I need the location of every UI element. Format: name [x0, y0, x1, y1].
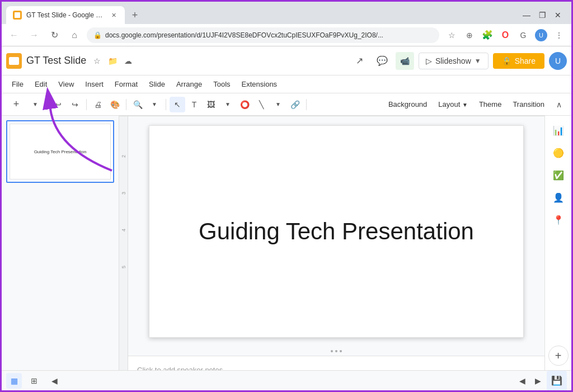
- tab-close-button[interactable]: ✕: [109, 11, 118, 20]
- filmstrip-view-button[interactable]: ▦: [6, 373, 22, 389]
- right-sidebar: 📊 🟡 ✅ 👤 📍 +: [544, 116, 571, 370]
- menu-format[interactable]: Format: [109, 78, 143, 91]
- forward-button[interactable]: →: [26, 27, 42, 43]
- slideshow-icon: ▷: [426, 56, 432, 65]
- tab-favicon: [13, 11, 22, 20]
- add-slide-button[interactable]: +: [6, 97, 26, 112]
- theme-button[interactable]: Theme: [475, 98, 506, 111]
- print-button[interactable]: 🖨: [90, 97, 106, 112]
- sidebar-sheets-icon[interactable]: 📊: [548, 120, 569, 140]
- trending-icon[interactable]: ↗: [351, 52, 369, 70]
- resize-dot-2: [335, 350, 337, 352]
- google-icon[interactable]: G: [515, 27, 531, 43]
- app-title: GT Test Slide: [26, 55, 86, 67]
- prev-slide-button[interactable]: ◀: [515, 374, 529, 388]
- resize-dot-3: [340, 350, 342, 352]
- ruler-mark-6: 6: [313, 116, 350, 116]
- horizontal-ruler: 1 2 3 4 5 6 7 8 9: [119, 116, 544, 116]
- editor-row: 2 3 4 5 Guiding Tech Presentation: [119, 116, 544, 370]
- bottom-bar: ▦ ⊞ ◀ ◀ ▶ 💾: [2, 370, 571, 390]
- tab-bar: GT Test Slide - Google Slides ✕ + — ❐ ✕: [2, 2, 571, 24]
- text-tool[interactable]: T: [186, 97, 202, 112]
- sidebar-maps-icon[interactable]: 📍: [548, 210, 569, 230]
- vertical-ruler: 2 3 4 5: [119, 116, 128, 370]
- ruler-mark-9: 9: [424, 116, 461, 116]
- sidebar-keep-icon[interactable]: 🟡: [548, 143, 569, 163]
- slide-canvas[interactable]: Guiding Tech Presentation: [149, 125, 524, 338]
- image-tool[interactable]: 🖼: [203, 97, 219, 112]
- active-tab[interactable]: GT Test Slide - Google Slides ✕: [6, 6, 125, 24]
- title-icons: ☆ 📁 ☁: [91, 55, 134, 67]
- opera-icon[interactable]: O: [497, 27, 513, 43]
- collapse-panel-button[interactable]: ◀: [46, 373, 62, 389]
- share-button[interactable]: 🔒 Share: [493, 53, 544, 69]
- menu-slide[interactable]: Slide: [143, 78, 171, 91]
- lock-icon: 🔒: [93, 31, 102, 39]
- menu-dots[interactable]: ⋮: [551, 27, 567, 43]
- next-slide-button[interactable]: ▶: [531, 374, 544, 388]
- slide-title: Guiding Tech Presentation: [199, 218, 474, 245]
- cloud-icon[interactable]: ☁: [122, 55, 134, 67]
- star-icon[interactable]: ☆: [91, 55, 103, 67]
- back-button[interactable]: ←: [6, 27, 22, 43]
- header-right: ↗ 💬 📹 ▷ Slideshow ▼ 🔒 Share U: [351, 52, 567, 70]
- home-button[interactable]: ⌂: [67, 27, 82, 43]
- tab-title: GT Test Slide - Google Slides: [26, 11, 105, 19]
- close-button[interactable]: ✕: [551, 8, 565, 22]
- select-tool[interactable]: ↖: [170, 97, 185, 112]
- separator-1: [46, 99, 47, 110]
- ruler-mark-7: 7: [350, 116, 387, 116]
- url-bar[interactable]: 🔒 docs.google.com/presentation/d/1UJF4I2…: [87, 27, 439, 43]
- redo-button[interactable]: ↪: [67, 97, 83, 112]
- slideshow-button[interactable]: ▷ Slideshow ▼: [419, 53, 489, 69]
- image-dropdown[interactable]: ▼: [220, 97, 236, 112]
- menu-extensions[interactable]: Extensions: [236, 78, 283, 91]
- sidebar-add-button[interactable]: +: [548, 346, 569, 366]
- undo-button[interactable]: ↩: [50, 97, 66, 112]
- menu-file[interactable]: File: [6, 78, 29, 91]
- reload-button[interactable]: ↻: [46, 27, 62, 43]
- sidebar-tasks-icon[interactable]: ✅: [548, 165, 569, 185]
- maximize-button[interactable]: ❐: [536, 8, 549, 22]
- link-tool[interactable]: 🔗: [287, 97, 303, 112]
- slide-thumbnail-1[interactable]: 1 Guiding Tech Presentation: [6, 120, 114, 183]
- account-icon[interactable]: U: [533, 27, 549, 43]
- extension-icon[interactable]: 🧩: [480, 27, 495, 43]
- background-button[interactable]: Background: [384, 98, 431, 111]
- new-tab-button[interactable]: +: [127, 7, 143, 23]
- paint-button[interactable]: 🎨: [107, 97, 123, 112]
- ruler-mark-4: 4: [239, 116, 276, 116]
- grid-view-button[interactable]: ⊞: [26, 373, 42, 389]
- profile-icon[interactable]: ⊕: [462, 27, 477, 43]
- address-icons: ☆ ⊕ 🧩 O G U ⋮: [444, 27, 567, 43]
- ruler-v-5: 5: [121, 232, 126, 268]
- minimize-button[interactable]: —: [520, 8, 533, 22]
- sidebar-contacts-icon[interactable]: 👤: [548, 187, 569, 207]
- add-dropdown-button[interactable]: ▼: [27, 97, 43, 112]
- menu-edit[interactable]: Edit: [29, 78, 53, 91]
- folder-icon[interactable]: 📁: [106, 55, 119, 67]
- line-tool[interactable]: ╲: [253, 97, 269, 112]
- canvas-wrapper: Guiding Tech Presentation: [128, 116, 544, 347]
- speaker-notes[interactable]: Click to add speaker notes: [128, 356, 544, 370]
- zoom-out-button[interactable]: 🔍: [130, 97, 145, 112]
- shape-tool[interactable]: ⭕: [237, 97, 252, 112]
- meet-icon[interactable]: 📹: [396, 52, 414, 70]
- lock-share-icon: 🔒: [502, 56, 511, 65]
- menu-tools[interactable]: Tools: [208, 78, 236, 91]
- bookmark-icon[interactable]: ☆: [444, 27, 459, 43]
- menu-view[interactable]: View: [53, 78, 79, 91]
- transition-button[interactable]: Transition: [508, 98, 549, 111]
- layout-button[interactable]: Layout ▼: [434, 98, 472, 111]
- zoom-dropdown[interactable]: ▼: [147, 97, 162, 112]
- toolbar-right: Background Layout ▼ Theme Transition ∧: [384, 97, 567, 112]
- toolbar: + ▼ ↩ ↪ 🖨 🎨 🔍 ▼ ↖ T 🖼 ▼ ⭕ ╲ ▼ 🔗 Backgrou…: [2, 93, 571, 116]
- save-to-drive-icon[interactable]: 💾: [547, 371, 567, 391]
- line-dropdown[interactable]: ▼: [270, 97, 286, 112]
- resize-handle[interactable]: [128, 347, 544, 356]
- comment-icon[interactable]: 💬: [373, 52, 391, 70]
- collapse-toolbar-button[interactable]: ∧: [551, 97, 567, 112]
- menu-insert[interactable]: Insert: [79, 78, 109, 91]
- menu-arrange[interactable]: Arrange: [171, 78, 208, 91]
- user-avatar[interactable]: U: [549, 52, 567, 70]
